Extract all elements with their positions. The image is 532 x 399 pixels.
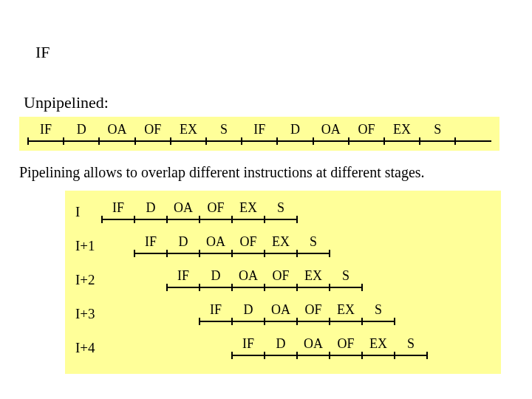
stage-label: OA xyxy=(174,200,193,216)
stage-label: OA xyxy=(271,302,290,318)
stage-label: S xyxy=(375,302,382,318)
timeline-tick xyxy=(361,318,363,325)
timeline-tick xyxy=(329,284,330,291)
stage-label: S xyxy=(220,122,228,137)
stage-label: S xyxy=(407,336,415,352)
stage-label: D xyxy=(179,234,188,250)
stage-label: D xyxy=(77,122,86,137)
stage-label: D xyxy=(146,200,156,216)
stage-label: OA xyxy=(206,234,225,250)
stage-label: OA xyxy=(108,122,127,137)
timeline-tick xyxy=(419,137,420,145)
stage-label: IF xyxy=(112,200,124,216)
timeline-tick xyxy=(27,137,29,145)
timeline-tick xyxy=(231,284,233,291)
stage-label: OF xyxy=(337,336,354,352)
timeline-tick xyxy=(199,216,200,223)
timeline-tick xyxy=(98,137,100,145)
timeline-tick xyxy=(276,137,278,145)
timeline-tick xyxy=(296,318,298,325)
page-title: IF xyxy=(35,43,50,62)
stage-label: S xyxy=(310,234,317,250)
stage-label: IF xyxy=(253,122,265,137)
stage-label: EX xyxy=(304,268,322,284)
timeline-tick xyxy=(199,284,200,291)
timeline-tick xyxy=(296,284,298,291)
timeline-tick xyxy=(166,250,168,257)
stage-label: EX xyxy=(393,122,411,137)
timeline-tick xyxy=(394,318,395,325)
timeline-tick xyxy=(134,250,135,257)
timeline-tick xyxy=(63,137,64,145)
timeline-tick xyxy=(329,352,330,359)
stage-label: EX xyxy=(180,122,197,137)
stage-label: S xyxy=(434,122,441,137)
stage-label: D xyxy=(211,268,221,284)
timeline-tick xyxy=(264,318,265,325)
stage-label: OA xyxy=(321,122,341,137)
pipeline-timeline: IFDOAOFEXS xyxy=(232,337,427,356)
timeline-tick xyxy=(166,216,168,223)
stage-label: EX xyxy=(369,336,387,352)
stage-label: S xyxy=(342,268,349,284)
timeline-tick xyxy=(329,250,330,257)
timeline-tick xyxy=(264,250,265,257)
timeline-tick xyxy=(199,318,200,325)
pipeline-row-label: I+2 xyxy=(75,272,95,288)
stage-label: OF xyxy=(144,122,161,137)
stage-label: D xyxy=(276,336,286,352)
stage-label: S xyxy=(277,200,284,216)
stage-label: IF xyxy=(177,268,189,284)
timeline-tick xyxy=(394,352,395,359)
timeline-tick xyxy=(296,216,298,223)
pipeline-timeline: IFDOAOFEXS xyxy=(102,201,297,220)
stage-label: OA xyxy=(304,336,323,352)
stage-label: OF xyxy=(239,234,256,250)
pipeline-timeline: IFDOAOFEXS xyxy=(134,235,330,254)
stage-label: OF xyxy=(272,268,289,284)
pipelined-diagram: IIFDOAOFEXSI+1IFDOAOFEXSI+2IFDOAOFEXSI+3… xyxy=(65,191,501,374)
stage-label: OF xyxy=(304,302,321,318)
timeline-tick xyxy=(101,216,103,223)
stage-label: EX xyxy=(272,234,290,250)
timeline-tick xyxy=(134,216,135,223)
timeline-tick xyxy=(231,250,233,257)
pipeline-row-label: I+4 xyxy=(75,340,95,356)
unpipelined-diagram: IFDOAOFEXSIFDOAOFEXS xyxy=(19,117,499,151)
timeline-tick xyxy=(134,137,136,145)
timeline-tick xyxy=(348,137,349,145)
stage-label: D xyxy=(290,122,300,137)
timeline-tick xyxy=(296,352,298,359)
stage-label: IF xyxy=(145,234,157,250)
timeline-tick xyxy=(241,137,242,145)
timeline-tick xyxy=(264,284,265,291)
pipeline-row-label: I+3 xyxy=(75,306,95,322)
timeline-tick xyxy=(170,137,171,145)
stage-label: IF xyxy=(210,302,222,318)
timeline-tick xyxy=(361,352,363,359)
timeline-tick xyxy=(426,352,428,359)
pipeline-row-label: I+1 xyxy=(75,238,95,254)
stage-label: EX xyxy=(239,200,257,216)
unpipelined-timeline: IFDOAOFEXSIFDOAOFEXS xyxy=(28,123,491,142)
timeline-tick xyxy=(231,216,233,223)
timeline-tick xyxy=(205,137,207,145)
timeline-tick xyxy=(264,352,265,359)
pipeline-timeline: IFDOAOFEXS xyxy=(200,303,395,322)
stage-label: OA xyxy=(239,268,258,284)
timeline-tick xyxy=(231,352,233,359)
unpipelined-heading: Unpipelined: xyxy=(24,93,109,112)
stage-label: OF xyxy=(207,200,224,216)
timeline-tick xyxy=(329,318,330,325)
stage-label: IF xyxy=(40,122,52,137)
timeline-tick xyxy=(166,284,168,291)
stage-label: OF xyxy=(358,122,375,137)
timeline-tick xyxy=(199,250,200,257)
timeline-tick xyxy=(264,216,265,223)
pipelining-caption: Pipelining allows to overlap different i… xyxy=(19,164,425,181)
timeline-tick xyxy=(361,284,363,291)
pipeline-timeline: IFDOAOFEXS xyxy=(167,269,362,288)
timeline-tick xyxy=(231,318,233,325)
stage-label: D xyxy=(244,302,253,318)
timeline-tick xyxy=(313,137,314,145)
